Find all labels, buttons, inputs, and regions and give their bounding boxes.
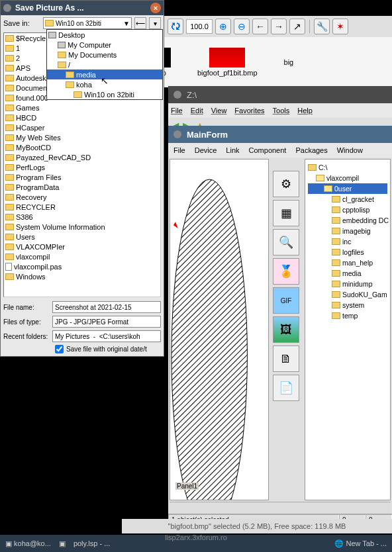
tree-item[interactable]: man_help (308, 257, 387, 268)
image-tool-icon[interactable]: 🖼 (273, 316, 299, 343)
list-item[interactable]: Payazed_RevCAD_SD (4, 152, 160, 162)
tree-item[interactable]: imagebig (308, 226, 387, 236)
filetype-select[interactable] (52, 316, 161, 328)
list-item[interactable]: MyBootCD (4, 142, 160, 152)
list-item[interactable]: Recovery (4, 192, 160, 202)
menu-favorites[interactable]: Favorites (234, 107, 264, 115)
taskbar-item[interactable]: ▣ (59, 539, 66, 548)
horizontal-scrollbar[interactable] (170, 502, 391, 514)
save-dialog-titlebar[interactable]: Save Picture As ... × (1, 1, 164, 15)
file-item[interactable]: big (284, 58, 294, 66)
folder-icon (45, 20, 54, 26)
close-icon[interactable]: × (150, 3, 161, 13)
bug-button[interactable]: ✶ (332, 19, 348, 34)
dropdown-item[interactable]: Desktop (47, 30, 162, 40)
grid-tool-icon[interactable]: ▦ (273, 200, 299, 226)
zoom-tool-icon[interactable]: 🔍 (273, 229, 299, 255)
nav-back-button[interactable]: ← (252, 19, 268, 34)
zoom-out-button[interactable]: ⊖ (234, 19, 250, 34)
tree-item[interactable]: temp (308, 310, 387, 321)
external-button[interactable]: ↗ (289, 19, 305, 34)
menu-packages[interactable]: Packages (295, 146, 327, 154)
list-item[interactable]: VLAXCOMPIer (4, 242, 160, 252)
original-date-checkbox[interactable] (55, 345, 64, 353)
menu-device[interactable]: Device (195, 146, 217, 154)
menu-tools[interactable]: Tools (273, 107, 290, 115)
file-label: big (284, 58, 294, 66)
taskbar-item[interactable]: 🌐 New Tab - ... (334, 539, 387, 548)
list-item[interactable]: RECYCLER (4, 202, 160, 212)
file-item[interactable]: bigfoot_pf1bit.bmp (197, 48, 258, 77)
list-item[interactable]: Windows (4, 271, 160, 281)
menu-window[interactable]: Window (337, 146, 363, 154)
canvas-panel[interactable]: Panel1 (170, 159, 269, 500)
menu-file[interactable]: File (171, 107, 183, 115)
zoom-in-button[interactable]: ⊕ (215, 19, 231, 34)
mainform-title: MainForm (187, 130, 228, 140)
close-icon[interactable] (173, 130, 181, 138)
tools-button[interactable]: 🔧 (314, 19, 330, 34)
tree-item[interactable]: logfiles (308, 247, 387, 257)
tree-item[interactable]: cl_gracket (308, 194, 387, 205)
z-titlebar[interactable]: Z:\ (168, 86, 392, 103)
list-item[interactable]: S386 (4, 212, 160, 222)
tree-item-selected[interactable]: 0user (308, 183, 387, 194)
save-in-dropdown[interactable]: Win10 on 32biti ▼ (43, 17, 132, 29)
menu-help[interactable]: Help (297, 107, 313, 115)
list-item[interactable]: System Volume Information (4, 222, 160, 232)
tree-root[interactable]: C:\ (308, 162, 387, 173)
menu-file[interactable]: File (173, 146, 185, 154)
dropdown-item-selected[interactable]: media (47, 69, 162, 79)
tree-item[interactable]: media (308, 268, 387, 279)
pdf-tool-icon[interactable]: 📄 (273, 375, 299, 401)
dropdown-item[interactable]: koha (47, 79, 162, 89)
doc-tool-icon[interactable]: 🗎 (273, 345, 299, 372)
recent-select[interactable] (52, 330, 161, 342)
nav-back-button[interactable]: ⟵ (134, 17, 146, 29)
folder-icon (332, 312, 340, 319)
close-icon[interactable] (173, 91, 181, 99)
taskbar-item[interactable]: poly.lsp - ... (74, 539, 110, 547)
tree-item[interactable]: minidump (308, 279, 387, 289)
tree-item[interactable]: embedding DC (308, 215, 387, 226)
list-item[interactable]: Users (4, 232, 160, 242)
save-in-dropdown-popup[interactable]: Desktop My Computer My Documents / media… (46, 29, 163, 100)
menu-component[interactable]: Component (249, 146, 287, 154)
dropdown-item[interactable]: Win10 on 32biti (47, 89, 162, 99)
menu-edit[interactable]: Edit (191, 107, 203, 115)
save-in-label: Save in: (3, 19, 40, 27)
filename-input[interactable] (52, 301, 161, 313)
list-item[interactable]: My Web Sites (4, 132, 160, 142)
menu-link[interactable]: Link (226, 146, 239, 154)
mainform-titlebar[interactable]: MainForm (168, 126, 392, 143)
folder-tree[interactable]: C:\ vlaxcompil 0user cl_gracket cpptolis… (305, 159, 391, 500)
gif-tool-icon[interactable]: GIF (273, 287, 299, 314)
dropdown-item[interactable]: My Computer (47, 40, 162, 50)
list-item[interactable]: PerfLogs (4, 162, 160, 172)
list-item[interactable]: Program Files (4, 172, 160, 182)
taskbar-item[interactable]: ▣ koha@ko... (5, 539, 51, 548)
cert-tool-icon[interactable]: 🏅 (273, 258, 299, 285)
tree-item[interactable]: vlaxcompil (308, 173, 387, 183)
tree-item[interactable]: cpptolisp (308, 205, 387, 215)
tree-item[interactable]: SudoKU_Gam (308, 289, 387, 300)
dropdown-item[interactable]: / (47, 60, 162, 69)
config-tool-icon[interactable]: ⚙ (273, 171, 299, 197)
list-item[interactable]: HCasper (4, 122, 160, 132)
nav-menu-button[interactable]: ▾ (149, 17, 161, 29)
tree-item[interactable]: system (308, 300, 387, 310)
list-item[interactable]: HBCD (4, 113, 160, 122)
menu-view[interactable]: View (211, 107, 227, 115)
zoom-input[interactable] (186, 19, 213, 34)
tree-item[interactable]: inc (308, 236, 387, 247)
list-item[interactable]: Games (4, 103, 160, 113)
dropdown-item[interactable]: My Documents (47, 50, 162, 60)
refresh-button[interactable]: 🗘 (168, 19, 183, 34)
list-item[interactable]: vlaxcompil (4, 252, 160, 261)
list-item[interactable]: vlaxcompil.pas (4, 261, 160, 271)
folder-icon (5, 85, 14, 91)
document-icon (5, 263, 12, 271)
nav-fwd-button[interactable]: → (271, 19, 287, 34)
panel-label: Panel1 (175, 483, 199, 490)
list-item[interactable]: ProgramData (4, 182, 160, 192)
